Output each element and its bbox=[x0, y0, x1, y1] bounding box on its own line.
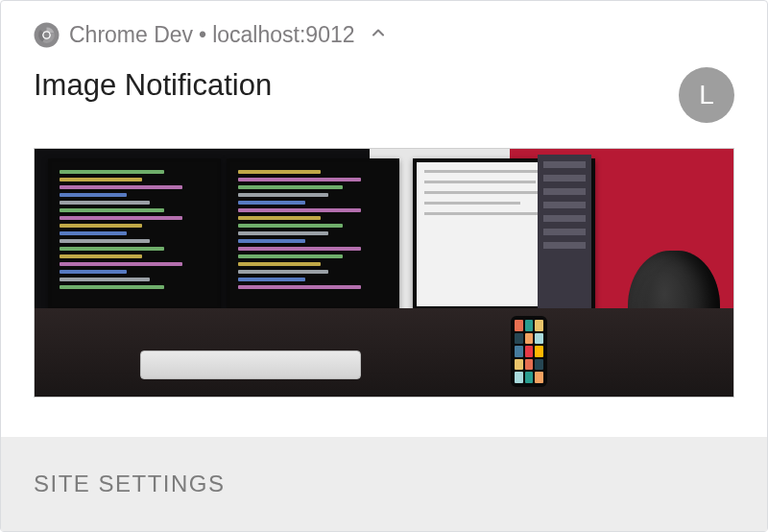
avatar-letter: L bbox=[699, 80, 714, 110]
site-settings-button[interactable]: SITE SETTINGS bbox=[34, 471, 226, 497]
chevron-up-icon[interactable] bbox=[369, 23, 388, 47]
origin-text: localhost:9012 bbox=[212, 22, 354, 48]
notification-header[interactable]: Chrome Dev • localhost:9012 bbox=[1, 1, 767, 48]
notification-footer: SITE SETTINGS bbox=[1, 437, 767, 531]
avatar[interactable]: L bbox=[679, 67, 734, 123]
chrome-icon bbox=[34, 22, 60, 48]
svg-point-2 bbox=[44, 33, 50, 38]
image-monitor-center bbox=[227, 158, 399, 310]
image-keyboard bbox=[140, 351, 361, 379]
app-name: Chrome Dev bbox=[69, 22, 193, 48]
notification-card: Chrome Dev • localhost:9012 Image Notifi… bbox=[0, 0, 768, 532]
notification-title: Image Notification bbox=[34, 67, 272, 103]
notification-image bbox=[34, 148, 734, 398]
image-phone bbox=[511, 316, 547, 387]
notification-image-container bbox=[1, 123, 767, 398]
image-side-panel bbox=[538, 155, 591, 316]
header-separator: • bbox=[199, 22, 206, 48]
title-row: Image Notification L bbox=[1, 48, 767, 123]
image-monitor-left bbox=[48, 158, 221, 310]
